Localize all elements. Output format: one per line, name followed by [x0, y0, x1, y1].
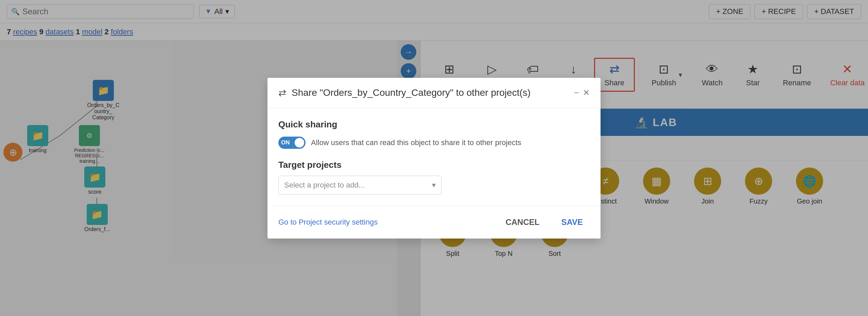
modal-close-button[interactable]: ✕	[583, 88, 590, 98]
save-button[interactable]: SAVE	[554, 214, 590, 230]
target-projects-label: Target projects	[278, 160, 590, 170]
modal-minimize-button[interactable]: −	[574, 88, 579, 98]
modal-title: Share "Orders_by_Country_Category" to ot…	[292, 87, 569, 98]
toggle-on-label: ON	[281, 139, 290, 146]
project-select-dropdown[interactable]: Select a project to add... ▾	[278, 176, 441, 195]
project-select-placeholder: Select a project to add...	[284, 181, 365, 190]
modal-header: ⇄ Share "Orders_by_Country_Category" to …	[267, 78, 601, 108]
modal-share-icon: ⇄	[278, 87, 286, 99]
toggle-row: ON Allow users that can read this object…	[278, 137, 590, 149]
modal-overlay: ⇄ Share "Orders_by_Country_Category" to …	[0, 0, 868, 316]
cancel-button[interactable]: CANCEL	[499, 214, 546, 230]
share-modal: ⇄ Share "Orders_by_Country_Category" to …	[267, 78, 601, 239]
modal-body: Quick sharing ON Allow users that can re…	[267, 108, 601, 206]
modal-footer: Go to Project security settings CANCEL S…	[267, 206, 601, 239]
modal-action-buttons: CANCEL SAVE	[499, 214, 590, 230]
project-select-chevron-icon: ▾	[432, 181, 436, 190]
toggle-thumb	[295, 138, 304, 147]
quick-sharing-toggle[interactable]: ON	[278, 137, 306, 149]
toggle-description: Allow users that can read this object to…	[311, 138, 521, 147]
quick-sharing-label: Quick sharing	[278, 119, 590, 130]
go-to-settings-link[interactable]: Go to Project security settings	[278, 218, 378, 227]
modal-controls: − ✕	[574, 88, 590, 98]
